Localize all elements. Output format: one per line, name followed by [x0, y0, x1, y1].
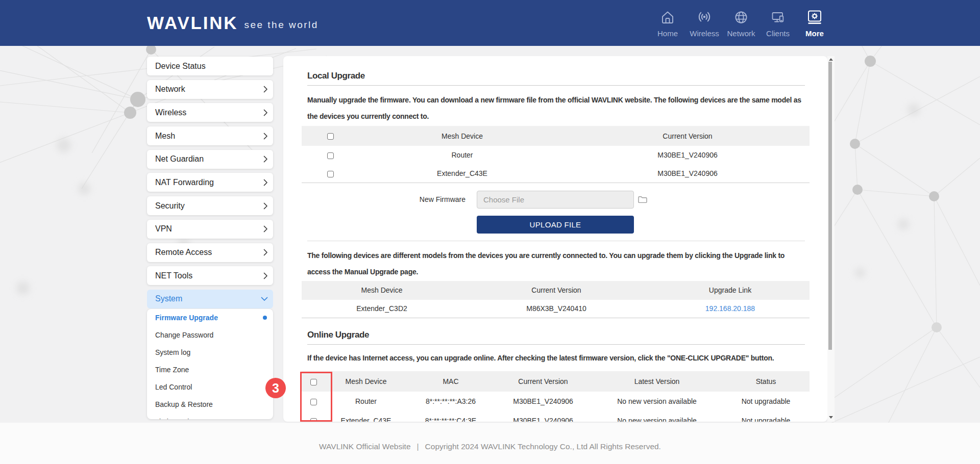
- upgrade-link[interactable]: 192.168.20.188: [705, 304, 755, 313]
- sidebar-item-device-status[interactable]: Device Status: [147, 57, 273, 75]
- table-row: Router M30BE1_V240906: [302, 146, 810, 164]
- sidebar-item-mesh[interactable]: Mesh: [147, 126, 273, 145]
- column-header: Mesh Device: [325, 371, 407, 392]
- sidebar-item-label: Security: [155, 201, 185, 211]
- official-website-link[interactable]: WAVLINK Official Website: [319, 442, 410, 451]
- submenu-item-time-zone[interactable]: Time Zone: [147, 361, 273, 378]
- submenu-item-led-control[interactable]: Led Control: [147, 378, 273, 396]
- chevron-right-icon: [263, 179, 268, 186]
- row-checkbox[interactable]: [327, 171, 334, 177]
- divider: [307, 241, 805, 241]
- chevron-right-icon: [263, 109, 268, 116]
- choose-file-input[interactable]: [477, 191, 634, 209]
- chevron-right-icon: [263, 156, 268, 163]
- submenu-item-change-password[interactable]: Change Password: [147, 326, 273, 344]
- sidebar-item-net-guardian[interactable]: Net Guardian: [147, 150, 273, 169]
- sidebar-item-label: NAT Forwarding: [155, 178, 214, 187]
- new-firmware-row: New Firmware: [283, 191, 827, 209]
- current-version-cell: M30BE1_V240906: [566, 146, 810, 164]
- local-upgrade-title: Local Upgrade: [307, 70, 804, 82]
- column-header: Mesh Device: [359, 126, 566, 146]
- annotation-highlight-rect: [300, 372, 332, 422]
- sidebar-item-label: Mesh: [155, 132, 175, 141]
- annotation-step-badge: 3: [265, 378, 286, 398]
- sidebar-item-wireless[interactable]: Wireless: [147, 103, 273, 122]
- select-all-checkbox[interactable]: [327, 133, 334, 140]
- column-header: Status: [722, 371, 810, 392]
- sidebar-item-vpn[interactable]: VPN: [147, 220, 273, 239]
- divider: [307, 344, 805, 345]
- online-upgrade-title: Online Upgrade: [307, 329, 804, 341]
- table-header-row: Mesh Device Current Version Upgrade Link: [302, 281, 810, 300]
- column-header: Current Version: [566, 126, 810, 146]
- submenu-item-system-log[interactable]: System log: [147, 344, 273, 361]
- wireless-icon: [697, 10, 712, 25]
- vertical-scrollbar[interactable]: [827, 56, 835, 422]
- footer-separator: |: [417, 442, 419, 451]
- mesh-device-cell: Extender_C43E: [359, 164, 566, 183]
- nav-network-label: Network: [727, 29, 755, 38]
- table-row: Extender_C43E M30BE1_V240906: [302, 164, 810, 183]
- scrollbar-thumb[interactable]: [828, 62, 832, 350]
- mesh-device-cell: Router: [359, 146, 566, 164]
- nav-more[interactable]: More: [796, 0, 833, 46]
- column-header: MAC: [407, 371, 495, 392]
- sidebar-item-security[interactable]: Security: [147, 196, 273, 215]
- select-all-cell: [302, 126, 359, 146]
- brand-tagline: see the world: [244, 19, 318, 31]
- mesh-device-cell: Router: [325, 392, 407, 411]
- nav-wireless[interactable]: Wireless: [686, 0, 723, 46]
- sidebar-item-label: VPN: [155, 224, 172, 234]
- chevron-right-icon: [263, 249, 268, 256]
- table-header-row: Mesh Device MAC Current Version Latest V…: [302, 371, 810, 392]
- scroll-down-arrow-icon[interactable]: [829, 416, 833, 419]
- current-version-cell: M30BE1_V240906: [495, 392, 592, 411]
- nav-clients[interactable]: Clients: [760, 0, 796, 46]
- sidebar-item-label: NET Tools: [155, 271, 192, 280]
- sidebar-item-system[interactable]: System: [147, 290, 273, 308]
- local-upgrade-description: Manually upgrade the firmware. You can d…: [307, 92, 804, 124]
- sidebar-item-label: Network: [155, 85, 185, 94]
- nav-home[interactable]: Home: [649, 0, 686, 46]
- clients-icon: [770, 10, 786, 25]
- chevron-right-icon: [263, 202, 268, 210]
- submenu-item-timing-reboot[interactable]: Timing Reboot: [147, 413, 273, 419]
- sidebar-item-nat-forwarding[interactable]: NAT Forwarding: [147, 173, 273, 192]
- column-header: Mesh Device: [302, 281, 462, 300]
- latest-version-cell: No new version available: [592, 411, 722, 422]
- sidebar-item-remote-access[interactable]: Remote Access: [147, 243, 273, 262]
- status-cell: Not upgradable: [722, 411, 810, 422]
- copyright-text: Copyright 2024 WAVLINK Technology Co., L…: [425, 442, 661, 451]
- nav-network[interactable]: Network: [723, 0, 760, 46]
- latest-version-cell: No new version available: [592, 392, 722, 411]
- sidebar-item-net-tools[interactable]: NET Tools: [147, 266, 273, 285]
- main-panel: Local Upgrade Manually upgrade the firmw…: [283, 56, 827, 422]
- active-dot: [263, 316, 267, 320]
- sidebar-item-label: Net Guardian: [155, 154, 204, 164]
- more-icon: [807, 10, 822, 25]
- same-model-table: Mesh Device Current Version Router M30BE…: [302, 126, 810, 183]
- submenu-item-firmware-upgrade[interactable]: Firmware Upgrade: [147, 309, 273, 326]
- online-upgrade-description: If the device has Internet access, you c…: [307, 351, 804, 365]
- table-row: Router 8*:**:**:**:A3:26 M30BE1_V240906 …: [302, 392, 810, 411]
- sidebar-item-label: Device Status: [155, 62, 206, 71]
- system-submenu: Firmware Upgrade Change Password System …: [147, 309, 273, 419]
- sidebar-item-label: Remote Access: [155, 248, 212, 257]
- submenu-item-label: Change Password: [155, 331, 213, 339]
- online-upgrade-table: Mesh Device MAC Current Version Latest V…: [302, 371, 810, 422]
- submenu-item-backup-restore[interactable]: Backup & Restore: [147, 396, 273, 413]
- nav-more-label: More: [805, 29, 824, 38]
- top-nav: Home Wireless Ne: [649, 0, 833, 46]
- different-model-description: The following devices are different mode…: [307, 247, 804, 280]
- scroll-up-arrow-icon[interactable]: [829, 58, 833, 61]
- different-model-table: Mesh Device Current Version Upgrade Link…: [302, 281, 810, 319]
- upload-file-button[interactable]: UPLOAD FILE: [477, 216, 634, 234]
- row-checkbox[interactable]: [327, 152, 334, 159]
- home-icon: [660, 10, 675, 25]
- sidebar-item-network[interactable]: Network: [147, 80, 273, 99]
- column-header: Latest Version: [592, 371, 722, 392]
- chevron-right-icon: [263, 86, 268, 93]
- folder-icon[interactable]: [638, 196, 647, 203]
- table-row: Extender_C43E 8*:**:**:**:C4:3E M30BE1_V…: [302, 411, 810, 422]
- sidebar-item-label: System: [155, 294, 182, 303]
